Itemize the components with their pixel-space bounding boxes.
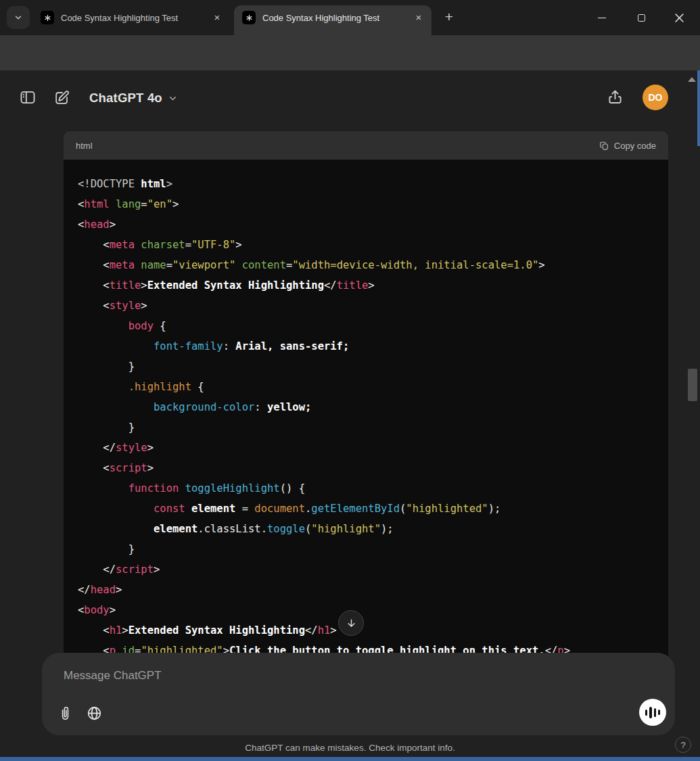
chatgpt-favicon-icon — [242, 11, 256, 24]
copy-code-button[interactable]: Copy code — [599, 141, 656, 151]
maximize-button[interactable] — [626, 0, 657, 35]
code-line: <title>Extended Syntax Highlighting</tit… — [78, 275, 668, 296]
code-line: background-color: yellow; — [78, 397, 668, 417]
tab-title: Code Syntax Highlighting Test — [262, 13, 407, 23]
chatgpt-page: ChatGPT 4o DO html Copy code <!DOCTYPE h… — [0, 70, 700, 761]
code-block-header: html Copy code — [64, 131, 668, 160]
browser-tab-1[interactable]: Code Syntax Highlighting Test × — [32, 5, 230, 30]
code-line: <head> — [78, 214, 668, 235]
code-line: <body> — [78, 600, 668, 620]
disclaimer-text: ChatGPT can make mistakes. Check importa… — [0, 743, 700, 753]
share-button[interactable] — [604, 86, 626, 108]
code-line: } — [78, 417, 668, 438]
web-search-button[interactable] — [85, 704, 103, 722]
user-initials: DO — [649, 92, 663, 103]
browser-toolbar: chatgpt.com/c/6749f009-c688-800d-b49e-f8… — [0, 35, 700, 70]
voice-waveform-icon — [645, 710, 647, 716]
code-line: <!DOCTYPE html> — [78, 174, 668, 194]
scrollbar-up-arrow[interactable] — [688, 77, 696, 82]
code-line: font-family: Arial, sans-serif; — [78, 336, 668, 356]
minimize-icon — [598, 18, 606, 18]
browser-titlebar: Code Syntax Highlighting Test × Code Syn… — [0, 0, 700, 35]
code-line: </script> — [78, 559, 668, 580]
scroll-to-bottom-button[interactable] — [338, 610, 364, 636]
sidebar-toggle-icon — [19, 89, 37, 106]
tab-search-button[interactable] — [7, 6, 30, 29]
tab-close-icon[interactable]: × — [211, 11, 223, 24]
code-line: <meta charset="UTF-8"> — [78, 235, 668, 255]
model-label: ChatGPT 4o — [89, 91, 162, 106]
chatgpt-favicon-icon — [41, 11, 54, 24]
code-line: </head> — [78, 580, 668, 600]
help-button[interactable]: ? — [675, 737, 691, 753]
browser-tab-2-active[interactable]: Code Syntax Highlighting Test × — [234, 5, 431, 35]
code-line: const element = document.getElementById(… — [78, 499, 668, 519]
sidebar-toggle-button[interactable] — [17, 87, 39, 108]
maximize-icon — [638, 14, 645, 22]
paperclip-icon — [58, 705, 72, 722]
code-line: <html lang="en"> — [78, 194, 668, 214]
code-language-label: html — [76, 141, 93, 151]
scrollbar-thumb[interactable] — [688, 369, 697, 401]
new-chat-icon — [53, 89, 70, 106]
code-line: <style> — [78, 296, 668, 316]
window-close-icon — [675, 14, 684, 22]
voice-mode-button[interactable] — [639, 699, 666, 726]
copy-icon — [599, 141, 609, 151]
scroll-down-arrow-icon — [346, 618, 357, 629]
copy-code-label: Copy code — [614, 141, 656, 151]
new-tab-button[interactable]: + — [440, 8, 459, 27]
code-line: <h1>Extended Syntax Highlighting</h1> — [78, 620, 668, 641]
code-line: function toggleHighlight() { — [78, 478, 668, 499]
code-line: .highlight { — [78, 377, 668, 397]
minimize-button[interactable] — [586, 0, 617, 35]
model-switcher[interactable]: ChatGPT 4o — [85, 87, 182, 110]
code-line: } — [78, 539, 668, 559]
code-line: <script> — [78, 458, 668, 478]
code-block: html Copy code <!DOCTYPE html><html lang… — [64, 131, 668, 656]
window-edge-accent — [697, 70, 700, 146]
user-avatar[interactable]: DO — [643, 85, 668, 110]
code-line: } — [78, 356, 668, 377]
code-line: <meta name="viewport" content="width=dev… — [78, 255, 668, 275]
share-icon — [607, 89, 624, 106]
message-composer: Message ChatGPT — [42, 653, 675, 735]
new-chat-button[interactable] — [51, 87, 72, 108]
code-line: </style> — [78, 438, 668, 458]
tab-close-icon[interactable]: × — [413, 11, 425, 24]
help-icon: ? — [680, 740, 685, 750]
chevron-down-icon — [168, 93, 178, 103]
code-lines: <!DOCTYPE html><html lang="en"><head> <m… — [64, 160, 668, 656]
window-edge-accent — [0, 757, 700, 761]
code-line: element.classList.toggle("highlight"); — [78, 519, 668, 539]
composer-input[interactable]: Message ChatGPT — [64, 669, 653, 683]
attach-file-button[interactable] — [56, 704, 74, 722]
tab-search-chevron-icon — [14, 13, 23, 22]
globe-icon — [86, 705, 103, 722]
code-line: body { — [78, 316, 668, 336]
tab-title: Code Syntax Highlighting Test — [61, 13, 206, 23]
window-close-button[interactable] — [663, 0, 695, 35]
